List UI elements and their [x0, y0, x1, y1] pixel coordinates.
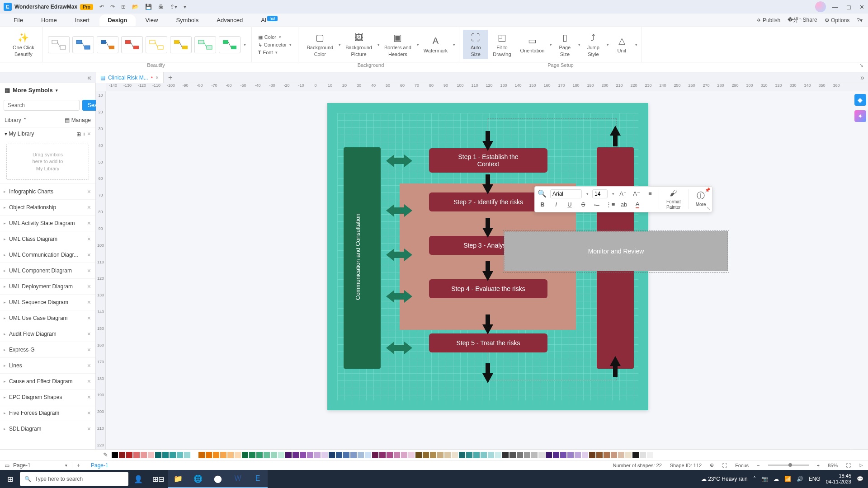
page-layout-icon[interactable]: ▭ — [5, 462, 9, 469]
menu-file[interactable]: File — [5, 14, 31, 26]
close-lib-item-icon[interactable]: × — [87, 362, 91, 369]
theme-color-button[interactable]: ▦ Color▾ — [258, 34, 292, 40]
biarrow-3[interactable] — [386, 249, 412, 260]
background-picture-button[interactable]: 🖼Background Picture — [341, 30, 377, 59]
borders-headers-button[interactable]: ▣Borders and Headers — [380, 30, 416, 59]
color-swatch[interactable] — [112, 452, 118, 458]
print-icon[interactable]: 🖶 — [158, 4, 164, 10]
biarrow-1[interactable] — [386, 155, 412, 166]
align-icon[interactable]: ≡ — [645, 189, 655, 198]
menu-home[interactable]: Home — [33, 14, 65, 26]
wifi-icon[interactable]: 📶 — [784, 476, 791, 482]
menu-symbols[interactable]: Symbols — [168, 14, 207, 26]
arrow-up-right-top[interactable] — [610, 126, 621, 136]
menu-design[interactable]: Design — [99, 14, 135, 26]
color-swatch[interactable] — [596, 452, 603, 458]
zoom-out-icon[interactable]: − — [757, 463, 760, 468]
style-preset-6[interactable] — [170, 36, 192, 53]
color-swatch[interactable] — [242, 452, 248, 458]
manage-library[interactable]: ▤ Manage — [65, 117, 91, 123]
close-lib-item-icon[interactable]: × — [87, 188, 91, 195]
library-item[interactable]: Five Forces Diagram× — [0, 405, 95, 421]
fullscreen-icon[interactable]: ⛶ — [846, 463, 851, 468]
color-swatch[interactable] — [155, 452, 161, 458]
library-item[interactable]: Express-G× — [0, 342, 95, 357]
color-swatch[interactable] — [567, 452, 574, 458]
color-swatch[interactable] — [314, 452, 321, 458]
style-preset-5[interactable] — [146, 36, 167, 53]
arrow-down-3[interactable] — [482, 228, 493, 238]
color-swatch[interactable] — [271, 452, 277, 458]
italic-icon[interactable]: I — [551, 200, 561, 209]
meet-now-icon[interactable]: 📷 — [761, 476, 768, 482]
color-swatch[interactable] — [198, 452, 205, 458]
color-swatch[interactable] — [415, 452, 422, 458]
library-item[interactable]: UML Sequence Diagram× — [0, 294, 95, 310]
color-swatch[interactable] — [459, 452, 465, 458]
color-swatch[interactable] — [546, 452, 552, 458]
cortana-icon[interactable]: 👤 — [128, 470, 148, 488]
unit-dd[interactable]: ▾ — [635, 42, 637, 47]
page-size-button[interactable]: ▯Page Size — [552, 30, 577, 59]
color-swatch[interactable] — [184, 452, 190, 458]
expand-right-panel-icon[interactable]: » — [860, 74, 868, 82]
color-swatch[interactable] — [423, 452, 429, 458]
color-swatch[interactable] — [119, 452, 125, 458]
step4-box[interactable]: Step 4 - Evaluate the risks — [429, 279, 547, 298]
color-swatch[interactable] — [437, 452, 443, 458]
color-swatch[interactable] — [206, 452, 212, 458]
edge-icon[interactable]: 🌐 — [188, 470, 208, 488]
color-swatch[interactable] — [162, 452, 169, 458]
color-swatch[interactable] — [589, 452, 595, 458]
add-document-tab[interactable]: + — [164, 74, 177, 82]
close-lib-item-icon[interactable]: × — [87, 204, 91, 211]
color-swatch[interactable] — [321, 452, 328, 458]
color-swatch[interactable] — [358, 452, 364, 458]
close-lib-item-icon[interactable]: × — [87, 425, 91, 432]
color-swatch[interactable] — [575, 452, 581, 458]
status-focus[interactable]: Focus — [735, 463, 749, 468]
notifications-icon[interactable]: 💬 — [857, 476, 863, 482]
color-swatch[interactable] — [466, 452, 472, 458]
library-item[interactable]: EPC Diagram Shapes× — [0, 389, 95, 405]
close-lib-item-icon[interactable]: × — [87, 251, 91, 258]
menu-insert[interactable]: Insert — [67, 14, 98, 26]
underline-icon[interactable]: U — [565, 200, 575, 209]
status-center-icon[interactable]: ⊕ — [710, 462, 714, 468]
close-doc-icon[interactable]: × — [156, 75, 159, 81]
zoom-in-icon[interactable]: + — [817, 463, 820, 468]
color-swatch[interactable] — [350, 452, 357, 458]
style-preset-8[interactable] — [219, 36, 241, 53]
tray-up-icon[interactable]: ˄ — [753, 476, 756, 482]
library-item[interactable]: UML Use Case Diagram× — [0, 310, 95, 326]
close-lib-item-icon[interactable]: × — [87, 235, 91, 243]
arrow-down-2[interactable] — [482, 184, 493, 194]
color-swatch[interactable] — [249, 452, 255, 458]
library-item[interactable]: UML Activity State Diagram× — [0, 215, 95, 231]
page-setup-launcher-icon[interactable]: ↘ — [859, 62, 868, 72]
color-swatch[interactable] — [264, 452, 270, 458]
library-item[interactable]: Lines× — [0, 357, 95, 373]
watermark-button[interactable]: AWatermark — [419, 33, 452, 56]
page-selector-dd[interactable]: ▾ — [65, 463, 67, 468]
biarrow-4[interactable] — [386, 291, 412, 302]
library-item[interactable]: SDL Diagram× — [0, 421, 95, 436]
word-icon[interactable]: W — [228, 470, 248, 488]
library-item[interactable]: UML Deployment Diagram× — [0, 278, 95, 294]
color-swatch[interactable] — [611, 452, 617, 458]
save-icon[interactable]: 💾 — [145, 4, 152, 10]
zoom-slider[interactable] — [768, 465, 809, 466]
color-swatch[interactable] — [488, 452, 494, 458]
weather-widget[interactable]: ☁ 23°C Heavy rain — [701, 476, 748, 482]
font-dd-icon[interactable]: ▾ — [586, 192, 589, 196]
close-lib-item-icon[interactable]: × — [87, 267, 91, 274]
increase-font-icon[interactable]: A⁺ — [618, 189, 628, 198]
edrawmax-taskbar-icon[interactable]: E — [248, 470, 268, 488]
user-avatar[interactable] — [815, 1, 826, 12]
color-swatch[interactable] — [227, 452, 234, 458]
style-preset-3[interactable] — [97, 36, 118, 53]
strike-icon[interactable]: S — [578, 200, 588, 209]
font-size-input[interactable] — [592, 189, 608, 198]
font-color-icon[interactable]: A — [632, 200, 642, 209]
color-swatch[interactable] — [582, 452, 588, 458]
